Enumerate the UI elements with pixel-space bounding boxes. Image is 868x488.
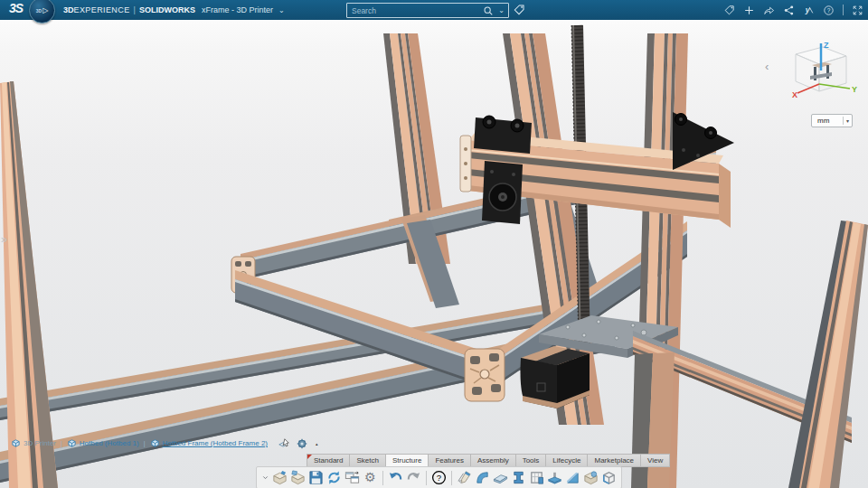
breadcrumb-item-hotbed-hotbed-1[interactable]: Hotbed (Hotbed 1)	[67, 438, 139, 448]
add-icon[interactable]	[743, 5, 755, 16]
document-title[interactable]: xFrame - 3D Printer	[202, 5, 273, 14]
product-name: SOLIDWORKS	[139, 5, 195, 14]
axis-y-label[interactable]: Y	[852, 85, 857, 94]
frame-grid-icon[interactable]	[528, 469, 545, 486]
tag-icon[interactable]	[723, 5, 735, 16]
toolbar-separator	[382, 471, 383, 485]
header-actions: y?	[723, 0, 863, 20]
gusset-icon[interactable]	[564, 469, 581, 486]
panel-expander-chevron[interactable]: »	[1, 233, 7, 246]
sync-icon[interactable]	[326, 469, 343, 486]
save-icon[interactable]	[307, 469, 325, 486]
undo-icon[interactable]	[387, 469, 404, 486]
panel-icon[interactable]	[492, 469, 509, 486]
tab-tools[interactable]: Tools	[515, 454, 546, 467]
compass-3d-label: 3D	[36, 8, 42, 14]
stepper-motor[interactable]	[521, 346, 590, 408]
search-scope-chevron[interactable]: ⌄	[498, 6, 505, 14]
structure-system-icon[interactable]	[456, 469, 473, 486]
collapse-chevron-icon[interactable]	[260, 473, 270, 483]
breadcrumb-label[interactable]: 3D Printer	[24, 439, 56, 447]
base-plate-icon[interactable]	[546, 469, 563, 486]
tab-standard[interactable]: Standard	[307, 454, 349, 467]
brand-experience: EXPERIENCE	[74, 5, 130, 14]
assembly-cube-icon[interactable]	[11, 438, 21, 448]
tab-marketplace[interactable]: Marketplace	[587, 454, 640, 467]
tab-features[interactable]: Features	[428, 454, 470, 467]
breadcrumb-label[interactable]: Hotbed (Hotbed 1)	[80, 439, 139, 447]
switch-window-icon[interactable]	[344, 469, 361, 486]
breadcrumb-separator: |	[61, 440, 62, 446]
fullscreen-icon[interactable]	[852, 5, 863, 16]
axis-z-label[interactable]: Z	[824, 41, 829, 50]
share-nodes-icon[interactable]	[783, 5, 795, 16]
breadcrumb-separator: |	[144, 440, 146, 446]
search-box[interactable]: ⌄	[346, 3, 509, 18]
tab-label: Tools	[523, 456, 540, 465]
unit-selector[interactable]: mm ▾	[811, 114, 853, 127]
brand-3d: 3D	[63, 5, 74, 14]
insert-component-icon[interactable]	[289, 469, 307, 486]
corner-member-icon[interactable]	[474, 469, 491, 486]
tab-label: View	[647, 456, 663, 465]
tab-sketch[interactable]: Sketch	[349, 454, 384, 467]
3d-scene[interactable]	[0, 0, 868, 488]
viewcube-collapse-chevron[interactable]: ‹	[765, 60, 769, 73]
breadcrumb-more-arrow[interactable]: ▴	[316, 441, 318, 446]
structural-member-icon[interactable]	[510, 469, 527, 486]
ribbon-toolbar: ⚙?	[256, 466, 622, 488]
app-window: ‹ X Y Z mm	[0, 0, 868, 488]
divider	[843, 5, 844, 15]
breadcrumb-item-hotbed-frame-hotbed-frame-2[interactable]: Hotbed Frame (Hotbed Frame 2)	[150, 438, 269, 448]
help-icon[interactable]: ?	[823, 5, 835, 16]
tab-structure[interactable]: Structure	[385, 454, 428, 467]
tab-label: Lifecycle	[552, 456, 580, 465]
3d-viewport[interactable]: ‹ X Y Z mm	[0, 0, 868, 488]
end-cap-icon[interactable]	[582, 469, 599, 486]
play-icon: ▷	[42, 6, 48, 14]
assembly-cube-icon[interactable]	[67, 438, 77, 448]
svg-text:⚙: ⚙	[364, 470, 376, 484]
share-forward-icon[interactable]	[763, 5, 775, 16]
weldment-frame-icon[interactable]	[600, 469, 618, 486]
breadcrumb: 3D Printer|Hotbed (Hotbed 1)|Hotbed Fram…	[11, 436, 318, 450]
svg-text:?: ?	[827, 7, 831, 14]
hotbed-corner-endcap	[465, 349, 505, 401]
svg-text:?: ?	[437, 473, 441, 483]
tab-label: Marketplace	[594, 456, 634, 465]
breadcrumb-tools: ▴	[278, 437, 318, 450]
tab-label: Standard	[314, 456, 343, 465]
help-icon[interactable]: ?	[430, 469, 448, 486]
assembly-cube-icon[interactable]	[150, 438, 160, 448]
select-tool-icon[interactable]	[278, 437, 290, 450]
search-input[interactable]	[347, 6, 483, 15]
tab-label: Assembly	[477, 456, 509, 465]
breadcrumb-item-3d-printer[interactable]: 3D Printer	[11, 438, 56, 448]
toolbar-separator	[451, 471, 452, 485]
tab-lifecycle[interactable]: Lifecycle	[545, 454, 587, 467]
ribbon-tab-bar: StandardSketchStructureFeaturesAssemblyT…	[307, 454, 670, 467]
settings-gear-icon[interactable]: ⚙	[362, 469, 379, 486]
chevron-down-icon[interactable]: ⌄	[278, 6, 285, 14]
3ds-logo[interactable]: 3S	[9, 1, 23, 15]
open-component-icon[interactable]	[271, 469, 288, 486]
unsaved-flag	[307, 455, 312, 459]
component-tool-icon[interactable]	[296, 437, 308, 450]
top-bar: 3S 3DEXPERIENCE | SOLIDWORKS xFrame - 3D…	[0, 0, 868, 20]
tab-label: Sketch	[356, 456, 378, 465]
title-divider: |	[134, 5, 136, 14]
title-bar: 3DEXPERIENCE | SOLIDWORKS xFrame - 3D Pr…	[63, 0, 285, 20]
swym-icon[interactable]: y	[803, 5, 815, 16]
tag-icon[interactable]	[513, 4, 525, 16]
axis-x-label[interactable]: X	[792, 90, 797, 99]
tab-assembly[interactable]: Assembly	[470, 454, 515, 467]
redo-icon[interactable]	[405, 469, 422, 486]
chevron-down-icon: ▾	[844, 117, 852, 124]
unit-value: mm	[812, 117, 843, 125]
view-cube[interactable]: X Y Z	[785, 40, 861, 112]
breadcrumb-label[interactable]: Hotbed Frame (Hotbed Frame 2)	[163, 439, 269, 447]
tab-view[interactable]: View	[640, 454, 670, 467]
search-icon[interactable]	[483, 5, 494, 16]
tab-label: Structure	[392, 456, 421, 465]
wheel-bracket-lower-left[interactable]	[482, 161, 523, 224]
